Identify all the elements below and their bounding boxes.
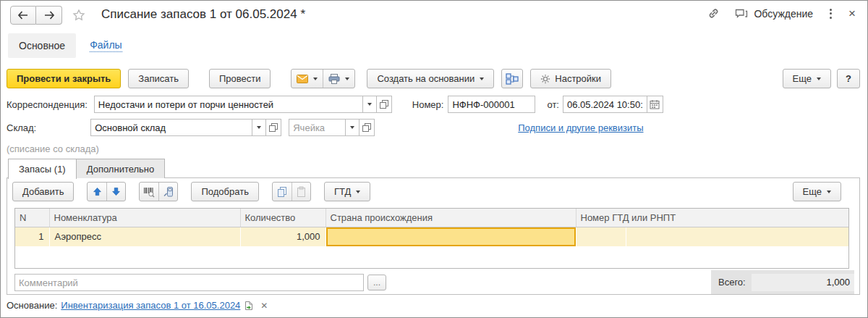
correspondence-dropdown-button[interactable] (363, 96, 377, 113)
total-label: Всего: (718, 277, 746, 288)
dropdown-caret-icon (257, 126, 261, 129)
dropdown-caret-icon (480, 78, 484, 80)
more-button[interactable]: Еще (783, 69, 831, 88)
paste-icon (295, 186, 307, 198)
command-bar: Провести и закрыть Записать Провести Соз… (7, 68, 860, 89)
send-mail-button[interactable] (292, 70, 323, 88)
move-down-button[interactable] (106, 183, 125, 201)
dropdown-caret-icon (356, 191, 360, 193)
favorite-star-icon[interactable] (72, 9, 85, 22)
cell-open-button[interactable] (359, 119, 375, 136)
column-header-quantity[interactable]: Количество (240, 209, 326, 227)
cell-gtd[interactable] (576, 227, 626, 246)
basis-link[interactable]: Инвентаризация запасов 1 от 16.05.2024 (61, 300, 240, 311)
settings-button[interactable]: Настройки (530, 69, 611, 88)
warehouse-label: Склад: (7, 122, 36, 133)
back-arrow-icon (17, 11, 29, 20)
cell-country-selected[interactable] (326, 227, 576, 246)
cell-n[interactable]: 1 (15, 227, 49, 246)
related-documents-icon (506, 73, 519, 85)
cell-dropdown-button[interactable] (346, 119, 359, 136)
close-icon[interactable]: × (848, 7, 856, 20)
open-value-icon (269, 123, 278, 132)
move-down-icon (111, 187, 121, 196)
basis-row: Основание: Инвентаризация запасов 1 от 1… (7, 300, 268, 311)
discussion-button[interactable]: Обсуждение (734, 8, 813, 20)
cell-nomenclature[interactable]: Аэропресс (49, 227, 240, 246)
table-toolbar: Добавить (12, 182, 854, 201)
clear-basis-icon[interactable]: ✕ (260, 301, 268, 311)
barcode-icon (143, 186, 155, 198)
warehouse-open-button[interactable] (266, 119, 281, 136)
calendar-icon (650, 99, 660, 109)
warehouse-note: (списание со склада) (7, 143, 99, 154)
related-documents-button[interactable] (501, 69, 523, 88)
history-nav (10, 6, 62, 25)
comment-expand-button[interactable]: ... (367, 275, 386, 290)
back-button[interactable] (10, 6, 36, 25)
save-button[interactable]: Записать (128, 69, 189, 88)
tab-main[interactable]: Основное (8, 33, 76, 58)
inventory-panel: Добавить (7, 177, 860, 295)
help-button[interactable]: ? (837, 69, 860, 88)
date-field-group (563, 96, 663, 113)
table-header-row: N Номенклатура Количество Страна происхо… (15, 209, 848, 227)
scanner-icon (163, 186, 174, 198)
print-button[interactable] (323, 70, 354, 88)
gtd-button[interactable]: ГТД (324, 182, 370, 201)
send-print-group (291, 69, 355, 88)
table-row: 1 Аэропресс 1,000 (15, 227, 848, 246)
column-header-nomenclature[interactable]: Номенклатура (49, 209, 240, 227)
table-more-button[interactable]: Еще (793, 182, 841, 201)
forward-button[interactable] (36, 6, 62, 25)
page-title: Списание запасов 1 от 06.05.2024 * (101, 7, 305, 22)
forward-arrow-icon (43, 11, 55, 20)
discussion-icon (734, 8, 749, 20)
column-header-gtd[interactable]: Номер ГТД или РНПТ (576, 209, 848, 227)
open-value-icon (362, 123, 371, 132)
cell-rnpt[interactable] (626, 227, 848, 246)
column-header-country[interactable]: Страна происхождения (326, 209, 576, 227)
tab-files[interactable]: Файлы (90, 33, 122, 58)
comment-input[interactable] (14, 274, 364, 291)
basis-label: Основание: (7, 300, 57, 311)
date-calendar-button[interactable] (647, 96, 663, 113)
field-row-warehouse: Склад: Подписи и другие реквизиты (7, 119, 860, 136)
copy-paste-group (272, 182, 311, 201)
number-input[interactable] (448, 96, 535, 113)
data-terminal-button[interactable] (158, 183, 177, 201)
link-icon[interactable] (707, 7, 720, 20)
column-header-n[interactable]: N (15, 209, 49, 227)
paste-rows-button[interactable] (292, 183, 310, 201)
correspondence-open-button[interactable] (377, 96, 392, 113)
date-input[interactable] (563, 96, 647, 113)
dropdown-caret-icon (345, 78, 349, 80)
kebab-menu-icon[interactable] (827, 7, 835, 20)
copy-icon (276, 186, 288, 198)
comment-row: ... (14, 274, 386, 291)
cell-input[interactable] (289, 119, 346, 136)
cell-field-group (289, 119, 375, 136)
dropdown-caret-icon (367, 103, 372, 106)
warehouse-input[interactable] (90, 119, 252, 136)
post-button[interactable]: Провести (209, 69, 271, 88)
pick-items-button[interactable]: Подобрать (191, 182, 258, 201)
signatures-link[interactable]: Подписи и другие реквизиты (518, 122, 643, 133)
cell-quantity[interactable]: 1,000 (240, 227, 326, 246)
dropdown-caret-icon (817, 78, 821, 80)
document-open-icon[interactable] (244, 301, 254, 311)
barcode-scan-button[interactable] (140, 183, 158, 201)
tab-additional[interactable]: Дополнительно (77, 159, 166, 178)
move-up-button[interactable] (88, 183, 106, 201)
warehouse-dropdown-button[interactable] (252, 119, 266, 136)
document-window: Списание запасов 1 от 06.05.2024 * Обсуж… (0, 0, 868, 318)
tab-inventory[interactable]: Запасы (1) (8, 159, 77, 179)
correspondence-input[interactable] (94, 96, 363, 113)
correspondence-label: Корреспонденция: (7, 99, 88, 110)
add-row-button[interactable]: Добавить (12, 182, 74, 201)
create-based-on-button[interactable]: Создать на основании (367, 69, 494, 88)
scan-group (139, 182, 178, 201)
post-and-close-button[interactable]: Провести и закрыть (7, 69, 121, 88)
total-bar: Всего: 1,000 (711, 270, 854, 294)
copy-rows-button[interactable] (273, 183, 292, 201)
